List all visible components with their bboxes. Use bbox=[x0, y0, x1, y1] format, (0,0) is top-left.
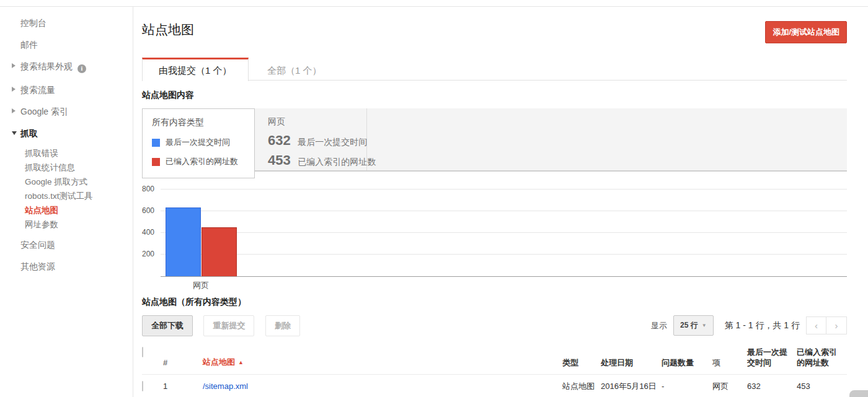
legend-item-indexed: 已编入索引的网址数 bbox=[152, 156, 254, 167]
select-all-checkbox[interactable] bbox=[142, 347, 143, 357]
sitemap-content-heading: 站点地图内容 bbox=[142, 90, 847, 101]
sidebar-item-label: 搜索流量 bbox=[20, 85, 55, 95]
cell-issues: - bbox=[662, 382, 712, 391]
tile-submitted-value: 632 bbox=[268, 133, 291, 148]
legend-label: 已编入索引的网址数 bbox=[166, 156, 238, 167]
next-page-button[interactable]: › bbox=[826, 316, 847, 334]
content-type-selector: 所有内容类型 最后一次提交时间 已编入索引的网址数 网页 632 最后一次提交时… bbox=[142, 108, 847, 178]
gridline bbox=[161, 189, 847, 190]
sidebar-item-search-appearance[interactable]: 搜索结果外观i bbox=[0, 61, 133, 73]
cell-submitted: 632 bbox=[747, 382, 797, 391]
column-header-submitted: 最后一次提交时间 bbox=[747, 347, 797, 368]
legend-swatch-red bbox=[152, 158, 160, 166]
sidebar-item-label: 抓取 bbox=[20, 128, 38, 138]
sort-ascending-icon: ▲ bbox=[238, 359, 244, 365]
delete-button: 删除 bbox=[265, 315, 300, 336]
chevron-right-icon bbox=[12, 108, 16, 113]
column-header-type: 类型 bbox=[562, 357, 601, 368]
chevron-down-icon: ▼ bbox=[702, 323, 707, 328]
legend-swatch-blue bbox=[152, 139, 160, 147]
main-content: 站点地图 添加/测试站点地图 由我提交（1 个） 全部（1 个） 站点地图内容 … bbox=[134, 7, 868, 397]
sidebar-item-fetch-as-google[interactable]: Google 抓取方式 bbox=[0, 178, 133, 186]
sidebar-item-search-traffic[interactable]: 搜索流量 bbox=[0, 85, 133, 95]
chart-bar-submitted bbox=[166, 207, 201, 276]
column-header-sitemap[interactable]: 站点地图▲ bbox=[203, 357, 562, 368]
legend-label: 最后一次提交时间 bbox=[166, 137, 230, 148]
gridline bbox=[161, 254, 847, 255]
chevron-right-icon bbox=[12, 63, 16, 68]
page-size-value: 25 行 bbox=[680, 321, 698, 329]
column-header-issues: 问题数量 bbox=[662, 357, 712, 368]
scrollbar-corner bbox=[849, 390, 868, 397]
add-test-sitemap-button[interactable]: 添加/测试站点地图 bbox=[765, 21, 847, 43]
sidebar-item-messages[interactable]: 邮件 bbox=[0, 40, 133, 50]
chevron-right-icon bbox=[12, 87, 16, 92]
table-toolbar: 全部下载 重新提交 删除 显示 25 行▼ 第 1 - 1 行，共 1 行 ‹ … bbox=[142, 315, 847, 334]
tile-submitted-label: 最后一次提交时间 bbox=[298, 137, 367, 147]
sidebar: 控制台 邮件 搜索结果外观i 搜索流量 Google 索引 抓取 抓取错误 抓取… bbox=[0, 7, 133, 397]
gridline bbox=[161, 211, 847, 211]
cell-items: 网页 bbox=[712, 381, 747, 392]
prev-page-button[interactable]: ‹ bbox=[806, 316, 826, 334]
chevron-down-icon bbox=[12, 131, 17, 135]
sitemap-link[interactable]: /sitemap.xml bbox=[203, 382, 248, 391]
y-tick-label: 400 bbox=[142, 228, 157, 237]
sidebar-item-sitemaps[interactable]: 站点地图 bbox=[0, 206, 133, 214]
table-row: 1 /sitemap.xml 站点地图 2016年5月16日 - 网页 632 … bbox=[142, 375, 847, 397]
y-tick-label: 600 bbox=[142, 206, 157, 215]
tab-bar: 由我提交（1 个） 全部（1 个） bbox=[142, 58, 847, 81]
sidebar-item-other-resources[interactable]: 其他资源 bbox=[0, 261, 133, 271]
tile-indexed-value: 453 bbox=[268, 152, 291, 168]
cell-indexed: 453 bbox=[797, 382, 847, 391]
cell-type: 站点地图 bbox=[562, 381, 601, 392]
y-tick-label: 200 bbox=[142, 250, 157, 258]
column-header-items: 项 bbox=[712, 357, 747, 368]
sitemaps-table: # 站点地图▲ 类型 处理日期 问题数量 项 最后一次提交时间 已编入索引的网址… bbox=[142, 343, 847, 397]
column-header-index: # bbox=[163, 357, 203, 368]
show-label: 显示 bbox=[651, 320, 667, 331]
legend-item-submitted: 最后一次提交时间 bbox=[152, 137, 254, 148]
cell-processed: 2016年5月16日 bbox=[601, 381, 662, 392]
sitemaps-table-heading: 站点地图（所有内容类型） bbox=[142, 297, 847, 308]
chart-category-label: 网页 bbox=[161, 280, 241, 291]
tab-submitted-by-me[interactable]: 由我提交（1 个） bbox=[142, 58, 249, 81]
info-icon[interactable]: i bbox=[78, 64, 86, 73]
column-header-indexed: 已编入索引的网址数 bbox=[797, 347, 847, 368]
row-checkbox[interactable] bbox=[142, 381, 143, 391]
content-type-strip: 网页 632 最后一次提交时间 453 已编入索引的网址数 bbox=[254, 108, 847, 172]
sidebar-item-security-issues[interactable]: 安全问题 bbox=[0, 240, 133, 250]
all-content-types-panel[interactable]: 所有内容类型 最后一次提交时间 已编入索引的网址数 bbox=[142, 108, 255, 178]
table-header-row: # 站点地图▲ 类型 处理日期 问题数量 项 最后一次提交时间 已编入索引的网址… bbox=[142, 343, 847, 375]
gridline bbox=[161, 232, 847, 233]
page-title: 站点地图 bbox=[142, 21, 847, 38]
download-all-button[interactable]: 全部下载 bbox=[142, 315, 193, 336]
tab-all[interactable]: 全部（1 个） bbox=[251, 58, 338, 81]
resubmit-button: 重新提交 bbox=[203, 315, 254, 336]
sidebar-item-url-parameters[interactable]: 网址参数 bbox=[0, 220, 133, 229]
sidebar-item-label: Google 索引 bbox=[20, 107, 68, 116]
column-header-processed: 处理日期 bbox=[601, 357, 662, 368]
web-pages-tile[interactable]: 网页 632 最后一次提交时间 453 已编入索引的网址数 bbox=[254, 108, 367, 170]
sidebar-item-robots-tester[interactable]: robots.txt测试工具 bbox=[0, 192, 133, 200]
chart-plot: 200400600800 bbox=[161, 189, 847, 277]
sitemap-bar-chart: 200400600800 网页 bbox=[142, 181, 847, 287]
sidebar-item-google-index[interactable]: Google 索引 bbox=[0, 107, 133, 116]
sidebar-item-crawl[interactable]: 抓取 bbox=[0, 128, 133, 138]
chart-bar-indexed bbox=[202, 227, 237, 276]
selector-title: 所有内容类型 bbox=[152, 117, 254, 128]
row-range-text: 第 1 - 1 行，共 1 行 bbox=[725, 320, 800, 331]
sidebar-item-dashboard[interactable]: 控制台 bbox=[0, 18, 133, 28]
page-size-dropdown[interactable]: 25 行▼ bbox=[673, 315, 714, 336]
sidebar-item-label: 搜索结果外观 bbox=[20, 61, 73, 71]
cell-index: 1 bbox=[163, 382, 203, 391]
column-header-label: 站点地图 bbox=[203, 357, 235, 367]
tile-title: 网页 bbox=[268, 116, 366, 128]
sidebar-item-crawl-stats[interactable]: 抓取统计信息 bbox=[0, 164, 133, 172]
sidebar-item-crawl-errors[interactable]: 抓取错误 bbox=[0, 149, 133, 157]
y-tick-label: 800 bbox=[142, 185, 157, 193]
tile-indexed-label: 已编入索引的网址数 bbox=[298, 157, 376, 167]
